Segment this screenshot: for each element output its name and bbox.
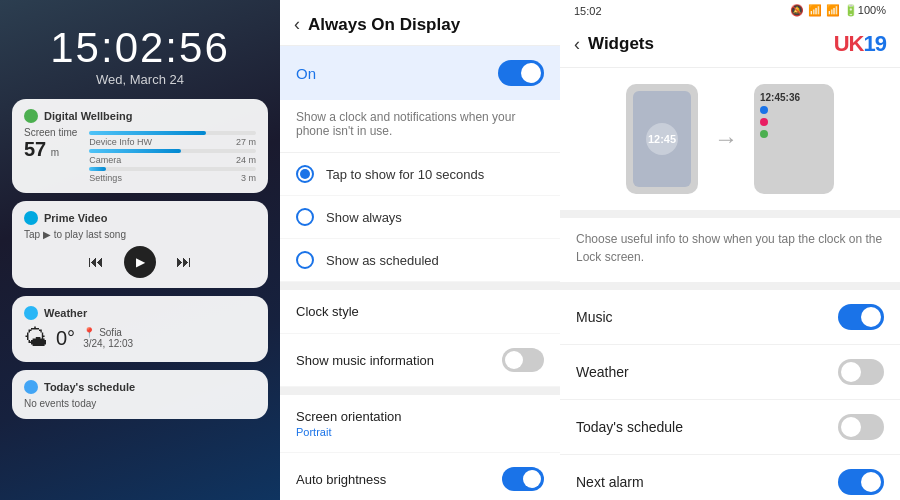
prime-video-icon xyxy=(24,211,38,225)
aod-title: Always On Display xyxy=(308,15,460,35)
bar-label-1: Camera xyxy=(89,155,121,165)
widgets-back-button[interactable]: ‹ xyxy=(574,34,580,55)
radio-circle-0 xyxy=(296,165,314,183)
weather-icon-small xyxy=(24,306,38,320)
weather-condition-icon: 🌤 xyxy=(24,324,48,352)
schedule-body: No events today xyxy=(24,398,256,409)
phone-mock-before: 12:45 xyxy=(626,84,698,194)
aod-toggle-row: On xyxy=(280,46,560,100)
radio-show-scheduled[interactable]: Show as scheduled xyxy=(280,239,560,282)
weather-title: Weather xyxy=(44,307,87,319)
auto-brightness-toggle[interactable] xyxy=(502,467,544,491)
widget-weather-toggle[interactable] xyxy=(838,359,884,385)
widget-weather-row: Weather xyxy=(560,345,900,400)
widgets-header: ‹ Widgets UK19 xyxy=(560,17,900,68)
schedule-card: Today's schedule No events today xyxy=(12,370,268,419)
radio-label-0: Tap to show for 10 seconds xyxy=(326,167,484,182)
screen-orientation-sub: Portrait xyxy=(296,426,402,438)
auto-brightness-label: Auto brightness xyxy=(296,472,386,487)
prime-video-title: Prime Video xyxy=(44,212,107,224)
aod-settings-panel: ‹ Always On Display On Show a clock and … xyxy=(280,0,560,500)
widget-dot-1 xyxy=(760,106,768,114)
brand-logo: UK19 xyxy=(834,31,886,57)
digital-wellbeing-icon xyxy=(24,109,38,123)
play-button[interactable]: ▶ xyxy=(124,246,156,278)
widget-music-label: Music xyxy=(576,309,613,325)
bar-val-2: 3 m xyxy=(241,173,256,183)
music-info-label: Show music information xyxy=(296,353,434,368)
status-icons: 🔕 📶 📶 🔋100% xyxy=(790,4,886,17)
music-controls: ⏮ ▶ ⏭ xyxy=(24,246,256,278)
widget-alarm-toggle[interactable] xyxy=(838,469,884,495)
status-bar: 15:02 🔕 📶 📶 🔋100% xyxy=(560,0,900,17)
preview-time1: 12:45 xyxy=(648,133,676,145)
bar-val-0: 27 m xyxy=(236,137,256,147)
divider-2 xyxy=(280,387,560,395)
widget-dot-2 xyxy=(760,118,768,126)
aod-radio-group: Tap to show for 10 seconds Show always S… xyxy=(280,153,560,282)
aod-header: ‹ Always On Display xyxy=(280,0,560,46)
schedule-title: Today's schedule xyxy=(44,381,135,393)
weather-datetime: 3/24, 12:03 xyxy=(83,338,133,349)
wifi-icon: 📶 xyxy=(826,4,840,17)
screen-orientation-label: Screen orientation xyxy=(296,409,402,424)
clock-style-row[interactable]: Clock style xyxy=(280,290,560,334)
divider-1 xyxy=(280,282,560,290)
widget-dot-3 xyxy=(760,130,768,138)
widgets-panel: 15:02 🔕 📶 📶 🔋100% ‹ Widgets UK19 12:45 xyxy=(560,0,900,500)
music-info-row: Show music information xyxy=(280,334,560,387)
widget-schedule-label: Today's schedule xyxy=(576,419,683,435)
signal-icon: 📶 xyxy=(808,4,822,17)
next-button[interactable]: ⏭ xyxy=(176,253,192,271)
screen-time-unit: m xyxy=(51,147,59,158)
screen-time-label: Screen time xyxy=(24,127,77,138)
preview-time2: 12:45:36 xyxy=(760,92,800,103)
bar-label-0: Device Info HW xyxy=(89,137,152,147)
widget-alarm-label: Next alarm xyxy=(576,474,644,490)
aod-description: Show a clock and notifications when your… xyxy=(280,100,560,153)
widgets-title: Widgets xyxy=(588,34,654,54)
radio-circle-2 xyxy=(296,251,314,269)
widget-schedule-row: Today's schedule xyxy=(560,400,900,455)
widget-alarm-row: Next alarm xyxy=(560,455,900,500)
clock-style-label: Clock style xyxy=(296,304,359,319)
widget-weather-label: Weather xyxy=(576,364,629,380)
screen-time-value: 57 xyxy=(24,138,46,160)
widget-music-row: Music xyxy=(560,290,900,345)
weather-location: Sofia xyxy=(99,327,122,338)
brand-text-19: 19 xyxy=(864,31,886,56)
prime-video-card: Prime Video Tap ▶ to play last song ⏮ ▶ … xyxy=(12,201,268,288)
brand-text-uk: UK xyxy=(834,31,864,56)
widget-schedule-toggle[interactable] xyxy=(838,414,884,440)
music-info-toggle[interactable] xyxy=(502,348,544,372)
lock-date: Wed, March 24 xyxy=(12,72,268,87)
digital-wellbeing-card: Digital Wellbeing Screen time 57 m Devic… xyxy=(12,99,268,193)
prev-button[interactable]: ⏮ xyxy=(88,253,104,271)
weather-card: Weather 🌤 0° 📍 Sofia 3/24, 12:03 xyxy=(12,296,268,362)
widget-music-toggle[interactable] xyxy=(838,304,884,330)
digital-wellbeing-title: Digital Wellbeing xyxy=(44,110,132,122)
weather-temp: 0° xyxy=(56,327,75,350)
schedule-icon xyxy=(24,380,38,394)
lock-time: 15:02:56 xyxy=(12,24,268,72)
radio-tap-show[interactable]: Tap to show for 10 seconds xyxy=(280,153,560,196)
radio-circle-1 xyxy=(296,208,314,226)
preview-arrow-icon: → xyxy=(714,125,738,153)
widget-description: Choose useful info to show when you tap … xyxy=(560,218,900,290)
mute-icon: 🔕 xyxy=(790,4,804,17)
auto-brightness-row: Auto brightness xyxy=(280,453,560,500)
radio-label-1: Show always xyxy=(326,210,402,225)
aod-toggle[interactable] xyxy=(498,60,544,86)
widget-preview: 12:45 → 12:45:36 xyxy=(560,68,900,218)
phone-mock-after: 12:45:36 xyxy=(754,84,834,194)
back-button[interactable]: ‹ xyxy=(294,14,300,35)
bar-val-1: 24 m xyxy=(236,155,256,165)
radio-label-2: Show as scheduled xyxy=(326,253,439,268)
battery-icon: 🔋100% xyxy=(844,4,886,17)
location-pin-icon: 📍 xyxy=(83,327,95,338)
aod-toggle-label: On xyxy=(296,65,316,82)
lock-screen-panel: 15:02:56 Wed, March 24 Digital Wellbeing… xyxy=(0,0,280,500)
bar-label-2: Settings xyxy=(89,173,122,183)
radio-show-always[interactable]: Show always xyxy=(280,196,560,239)
screen-orientation-row[interactable]: Screen orientation Portrait xyxy=(280,395,560,453)
